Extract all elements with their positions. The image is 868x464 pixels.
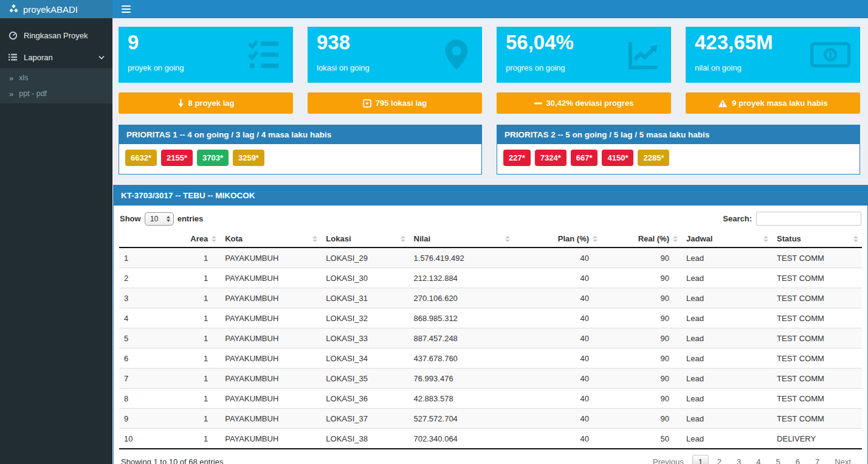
table-cell: Lead: [681, 369, 772, 389]
sidebar-subitem-xls[interactable]: » xls: [0, 70, 112, 86]
table-cell: LOKASI_32: [321, 308, 408, 328]
table-cell: TEST COMM: [772, 328, 862, 348]
pagination-next[interactable]: Next: [828, 455, 858, 464]
table-cell: 868.985.312: [409, 308, 514, 328]
sidebar-subitem-ppt-pdf[interactable]: » ppt - pdf: [0, 86, 112, 102]
pagination-page-3[interactable]: 3: [730, 455, 748, 464]
priority-badge[interactable]: 2285*: [638, 150, 669, 166]
stat-card-nilai: 423,65M nilai on going: [686, 27, 860, 83]
column-header-real[interactable]: Real (%): [601, 230, 681, 248]
table-cell: 40: [514, 369, 601, 389]
priority-badge[interactable]: 667*: [571, 150, 598, 166]
table-cell: 887.457.248: [409, 328, 514, 348]
priority-badge[interactable]: 2155*: [161, 150, 193, 166]
priority-badge[interactable]: 227*: [503, 150, 531, 166]
pagination-page-5[interactable]: 5: [770, 455, 787, 464]
priority-badge[interactable]: 3259*: [233, 150, 264, 166]
table-row: 51PAYAKUMBUHLOKASI_33887.457.2484090Lead…: [119, 328, 862, 348]
table-cell: TEST COMM: [772, 268, 862, 288]
table-cell: 90: [601, 248, 681, 268]
table-cell: 90: [601, 288, 681, 308]
pagination-pages: 1234567: [691, 455, 827, 464]
sort-icon: [401, 236, 405, 242]
sidebar-item-ringkasan-proyek[interactable]: Ringkasan Proyek: [0, 24, 112, 46]
pagination-page-4[interactable]: 4: [749, 455, 767, 464]
table-cell: 40: [514, 288, 601, 308]
table-cell: LOKASI_37: [321, 409, 408, 429]
pagination-page-2[interactable]: 2: [711, 455, 728, 464]
table-cell: 40: [514, 308, 601, 328]
lokasi-lag-button[interactable]: 795 lokasi lag: [308, 92, 482, 114]
priority-badge[interactable]: 4150*: [602, 150, 633, 166]
pagination-page-6[interactable]: 6: [789, 455, 807, 464]
column-header-status[interactable]: Status: [772, 230, 862, 248]
priority-badges: 227*7324*667*4150*2285*: [497, 144, 859, 174]
table-cell: Lead: [681, 429, 772, 449]
sidebar-item-laporan[interactable]: Laporan: [0, 46, 112, 68]
deviasi-progres-button[interactable]: 30,42% deviasi progres: [497, 92, 671, 114]
table-cell: 1: [164, 328, 220, 348]
caret-square-down-icon: [363, 99, 371, 108]
sort-icon: [673, 236, 678, 242]
table-cell: Lead: [681, 308, 772, 328]
sort-icon: [763, 236, 768, 242]
table-cell: 8: [119, 389, 164, 409]
stat-card-lokasi: 938 lokasi on going: [308, 27, 482, 83]
priority-badge[interactable]: 7324*: [535, 150, 567, 166]
priority-badge[interactable]: 6632*: [125, 150, 157, 166]
masa-laku-habis-button[interactable]: 9 proyek masa laku habis: [686, 92, 860, 114]
sort-icon: [212, 236, 216, 242]
column-header-label: Area: [190, 234, 208, 243]
column-header-jadwal[interactable]: Jadwal: [681, 230, 772, 248]
table-cell: 40: [514, 248, 601, 268]
alert-label: 8 proyek lag: [188, 99, 235, 108]
column-header-plan[interactable]: Plan (%): [514, 230, 601, 248]
main-area: 9 proyek on going: [112, 0, 868, 464]
table-cell: 270.106.620: [409, 288, 514, 308]
table-cell: LOKASI_36: [321, 389, 408, 409]
priority-panel-title: PRIORITAS 1 -- 4 on going / 3 lag / 4 ma…: [119, 125, 481, 144]
stat-cards: 9 proyek on going: [119, 27, 860, 83]
content: 9 proyek on going: [112, 18, 868, 464]
column-header-nilai[interactable]: Nilai: [409, 230, 514, 248]
show-label: Show: [120, 214, 141, 223]
pagination-page-7[interactable]: 7: [808, 455, 826, 464]
column-header-label: Nilai: [414, 234, 430, 243]
cubes-icon: [9, 4, 19, 14]
table-cell: 1: [164, 248, 220, 268]
column-header-index: [119, 230, 164, 248]
column-header-label: Kota: [225, 234, 243, 243]
column-header-area[interactable]: Area: [164, 230, 220, 248]
table-cell: 40: [514, 328, 601, 348]
pagination-page-1[interactable]: 1: [692, 455, 709, 464]
proyek-lag-button[interactable]: 8 proyek lag: [119, 92, 293, 114]
priority-badge[interactable]: 3703*: [197, 150, 229, 166]
table-cell: 90: [601, 328, 681, 348]
table-controls: Show 10 entries Search:: [119, 210, 862, 230]
table-cell: Lead: [681, 348, 772, 369]
table-cell: 90: [601, 369, 681, 389]
pagination-previous[interactable]: Previous: [646, 455, 691, 464]
column-header-label: Plan (%): [558, 234, 589, 243]
table-cell: 5: [119, 328, 164, 348]
priority-badges: 6632*2155*3703*3259*: [119, 144, 481, 174]
table-cell: Lead: [681, 248, 772, 268]
table-row: 41PAYAKUMBUHLOKASI_32868.985.3124090Lead…: [119, 308, 862, 328]
table-cell: 212.132.884: [409, 268, 514, 288]
priority-panels: PRIORITAS 1 -- 4 on going / 3 lag / 4 ma…: [119, 125, 860, 175]
table-cell: 1: [164, 288, 220, 308]
sidebar-subitem-label: ppt - pdf: [19, 89, 47, 98]
search-input[interactable]: [756, 212, 861, 226]
table-cell: 2: [119, 268, 164, 288]
sidebar-toggle-button[interactable]: [112, 0, 140, 18]
column-header-lokasi[interactable]: Lokasi: [321, 230, 408, 248]
app-logo[interactable]: proyekABADI: [0, 0, 112, 18]
table-cell: LOKASI_30: [321, 268, 408, 288]
table-cell: 90: [601, 389, 681, 409]
priority-panel-2: PRIORITAS 2 -- 5 on going / 5 lag / 5 ma…: [497, 125, 860, 175]
page-size-select[interactable]: 10: [145, 212, 174, 226]
column-header-kota[interactable]: Kota: [220, 230, 321, 248]
table-panel-title: KT-3703/3017 -- TEBU -- MIKOCOK: [114, 185, 867, 206]
search-label: Search:: [723, 214, 752, 223]
table-cell: PAYAKUMBUH: [220, 409, 321, 429]
